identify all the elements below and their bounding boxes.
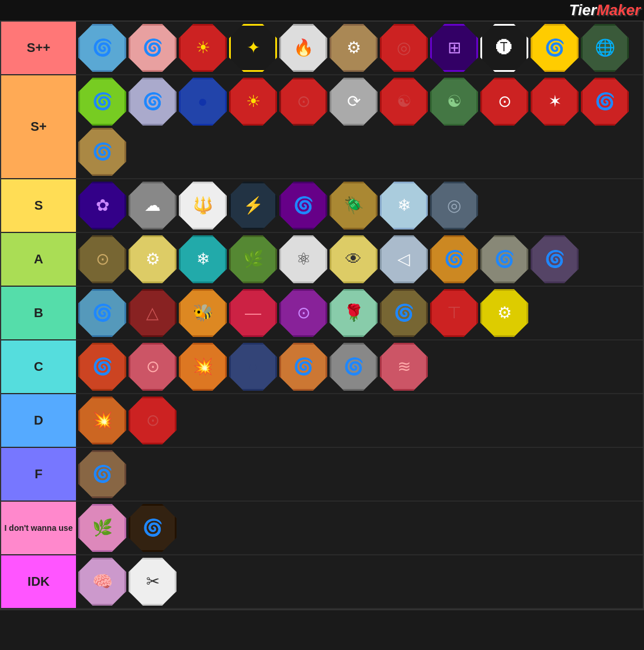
tier-label-idwu: I don't wanna use: [1, 502, 76, 554]
tier-item-sp-1[interactable]: 🌀: [129, 78, 176, 126]
tier-list-container: TierMaker S++🌀🌀☀✦🔥⚙◎⊞🅣🌀🌐S+🌀🌀●☀⊙⟳☯☯⊙✶🌀🌀S✿…: [0, 0, 644, 610]
tier-item-s-6[interactable]: ❄: [380, 182, 428, 230]
tier-item-idwu-0[interactable]: 🌿: [78, 504, 126, 552]
tier-items-s: ✿☁🔱⚡🌀🪲❄◎: [76, 179, 643, 232]
tier-row-f: F🌀: [1, 448, 643, 502]
tier-item-spp-8[interactable]: 🅣: [480, 24, 528, 72]
tier-item-b-3[interactable]: —: [229, 289, 277, 337]
tier-item-c-1[interactable]: ⊙: [129, 343, 176, 391]
tier-item-spp-6[interactable]: ◎: [380, 24, 428, 72]
tier-item-spp-5[interactable]: ⚙: [330, 24, 378, 72]
tier-item-a-4[interactable]: ⚛: [279, 235, 327, 283]
tier-item-sp-9[interactable]: ✶: [531, 78, 579, 126]
tier-label-a: A: [1, 233, 76, 286]
tier-item-sp-3[interactable]: ☀: [229, 78, 277, 126]
tier-row-idk: IDK🧠✂: [1, 555, 643, 609]
tier-item-b-2[interactable]: 🐝: [179, 289, 227, 337]
tier-item-s-7[interactable]: ◎: [430, 182, 478, 230]
tier-item-s-1[interactable]: ☁: [129, 182, 176, 230]
tier-item-f-0[interactable]: 🌀: [78, 450, 126, 498]
tier-item-spp-0[interactable]: 🌀: [78, 24, 126, 72]
tier-row-a: A⊙⚙❄🌿⚛👁◁🌀🌀🌀: [1, 233, 643, 287]
tier-item-sp-4[interactable]: ⊙: [279, 78, 327, 126]
tier-item-c-0[interactable]: 🌀: [78, 343, 126, 391]
logo-tier: Tier: [569, 1, 597, 19]
tier-item-c-5[interactable]: 🌀: [330, 343, 378, 391]
tier-label-idk: IDK: [1, 555, 76, 608]
tier-item-spp-7[interactable]: ⊞: [430, 24, 478, 72]
tier-item-spp-3[interactable]: ✦: [229, 24, 277, 72]
tier-label-d: D: [1, 394, 76, 447]
tier-item-idwu-1[interactable]: 🌀: [129, 504, 176, 552]
tier-item-sp-5[interactable]: ⟳: [330, 78, 378, 126]
tier-row-s: S✿☁🔱⚡🌀🪲❄◎: [1, 179, 643, 233]
tier-label-sp: S+: [1, 75, 76, 178]
tier-item-sp-8[interactable]: ⊙: [480, 78, 528, 126]
tier-items-idk: 🧠✂: [76, 555, 643, 608]
tier-list: S++🌀🌀☀✦🔥⚙◎⊞🅣🌀🌐S+🌀🌀●☀⊙⟳☯☯⊙✶🌀🌀S✿☁🔱⚡🌀🪲❄◎A⊙⚙…: [0, 20, 644, 610]
tier-item-b-5[interactable]: 🌹: [330, 289, 378, 337]
tier-label-c: C: [1, 340, 76, 393]
tier-row-d: D💥⊙: [1, 394, 643, 448]
tier-item-b-6[interactable]: 🌀: [380, 289, 428, 337]
tier-label-spp: S++: [1, 22, 76, 74]
tier-item-sp-6[interactable]: ☯: [380, 78, 428, 126]
header: TierMaker: [0, 0, 644, 20]
tier-item-b-8[interactable]: ⚙: [480, 289, 528, 337]
tier-row-b: B🌀△🐝—⊙🌹🌀⊤⚙: [1, 287, 643, 340]
tier-item-a-6[interactable]: ◁: [380, 235, 428, 283]
tier-item-c-6[interactable]: ≋: [380, 343, 428, 391]
tier-item-a-1[interactable]: ⚙: [129, 235, 176, 283]
tier-item-s-5[interactable]: 🪲: [330, 182, 378, 230]
tier-item-spp-1[interactable]: 🌀: [129, 24, 176, 72]
tier-item-b-0[interactable]: 🌀: [78, 289, 126, 337]
tier-item-c-2[interactable]: 💥: [179, 343, 227, 391]
tier-item-d-0[interactable]: 💥: [78, 397, 126, 444]
tier-item-sp-0[interactable]: 🌀: [78, 78, 126, 126]
tier-item-c-4[interactable]: 🌀: [279, 343, 327, 391]
tier-item-s-3[interactable]: ⚡: [229, 182, 277, 230]
tier-item-s-2[interactable]: 🔱: [179, 182, 227, 230]
tier-items-idwu: 🌿🌀: [76, 502, 643, 554]
tier-item-a-7[interactable]: 🌀: [430, 235, 478, 283]
tier-item-a-8[interactable]: 🌀: [480, 235, 528, 283]
tier-items-b: 🌀△🐝—⊙🌹🌀⊤⚙: [76, 287, 643, 339]
tier-item-spp-2[interactable]: ☀: [179, 24, 227, 72]
tier-item-idk-0[interactable]: 🧠: [78, 558, 126, 606]
tier-item-a-9[interactable]: 🌀: [531, 235, 579, 283]
tier-item-b-1[interactable]: △: [129, 289, 176, 337]
tier-items-spp: 🌀🌀☀✦🔥⚙◎⊞🅣🌀🌐: [76, 22, 643, 74]
tier-items-a: ⊙⚙❄🌿⚛👁◁🌀🌀🌀: [76, 233, 643, 286]
tier-item-sp-2[interactable]: ●: [179, 78, 227, 126]
tier-items-d: 💥⊙: [76, 394, 643, 447]
tier-item-sp-11[interactable]: 🌀: [78, 128, 126, 176]
logo-maker: Maker: [597, 1, 640, 19]
tier-item-a-5[interactable]: 👁: [330, 235, 378, 283]
tier-item-b-4[interactable]: ⊙: [279, 289, 327, 337]
tier-row-spp: S++🌀🌀☀✦🔥⚙◎⊞🅣🌀🌐: [1, 22, 643, 75]
tier-row-idwu: I don't wanna use🌿🌀: [1, 502, 643, 555]
tier-item-a-2[interactable]: ❄: [179, 235, 227, 283]
tier-item-spp-9[interactable]: 🌀: [531, 24, 579, 72]
tier-item-a-3[interactable]: 🌿: [229, 235, 277, 283]
tier-item-sp-10[interactable]: 🌀: [581, 78, 629, 126]
tier-item-spp-4[interactable]: 🔥: [279, 24, 327, 72]
tier-label-b: B: [1, 287, 76, 339]
tier-item-a-0[interactable]: ⊙: [78, 235, 126, 283]
tier-item-idk-1[interactable]: ✂: [129, 558, 176, 606]
tier-item-spp-10[interactable]: 🌐: [581, 24, 629, 72]
tiermaker-logo: TierMaker: [569, 1, 640, 19]
tier-items-f: 🌀: [76, 448, 643, 500]
tier-item-b-7[interactable]: ⊤: [430, 289, 478, 337]
tier-row-sp: S+🌀🌀●☀⊙⟳☯☯⊙✶🌀🌀: [1, 75, 643, 179]
tier-row-c: C🌀⊙💥●🌀🌀≋: [1, 340, 643, 394]
tier-items-c: 🌀⊙💥●🌀🌀≋: [76, 340, 643, 393]
tier-item-sp-7[interactable]: ☯: [430, 78, 478, 126]
tier-item-d-1[interactable]: ⊙: [129, 397, 176, 444]
tier-item-c-3[interactable]: ●: [229, 343, 277, 391]
tier-label-s: S: [1, 179, 76, 232]
tier-label-f: F: [1, 448, 76, 500]
tier-item-s-4[interactable]: 🌀: [279, 182, 327, 230]
tier-items-sp: 🌀🌀●☀⊙⟳☯☯⊙✶🌀🌀: [76, 75, 643, 178]
tier-item-s-0[interactable]: ✿: [78, 182, 126, 230]
